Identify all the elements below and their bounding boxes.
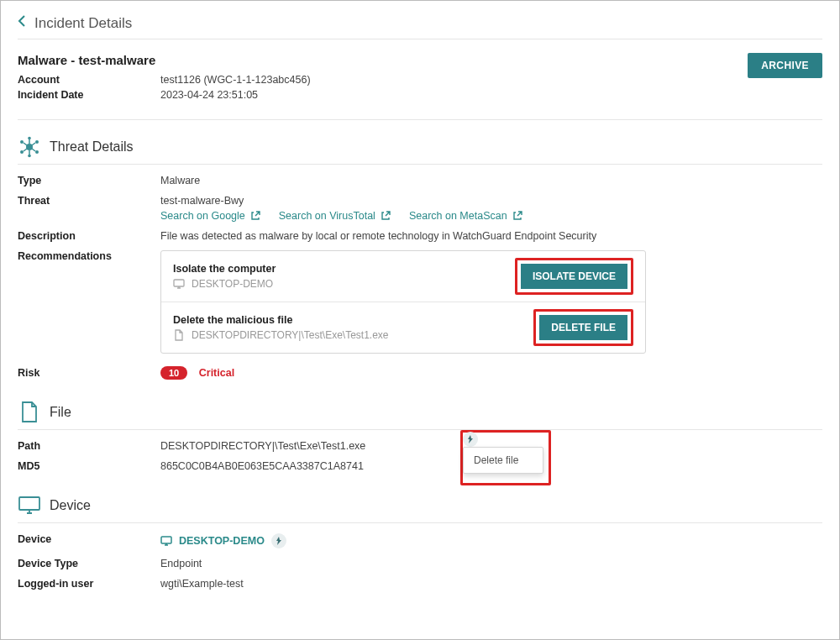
rec-title: Isolate the computer xyxy=(173,263,515,275)
path-value: DESKTOPDIRECTORY|\Test\Exe\Test1.exe xyxy=(160,440,365,452)
svg-point-3 xyxy=(35,140,39,144)
risk-level: Critical xyxy=(199,367,234,379)
search-metascan-link[interactable]: Search on MetaScan xyxy=(409,210,522,222)
threat-section-title: Threat Details xyxy=(50,139,134,155)
device-type-label: Device Type xyxy=(18,558,160,569)
search-google-label: Search on Google xyxy=(160,210,245,222)
device-type-value: Endpoint xyxy=(160,558,822,569)
incident-date-label: Incident Date xyxy=(18,89,160,101)
svg-point-0 xyxy=(26,144,33,150)
recommendations-label: Recommendations xyxy=(18,250,160,262)
monitor-icon xyxy=(160,535,172,547)
threat-section-header: Threat Details xyxy=(18,135,822,165)
svg-line-4 xyxy=(32,143,35,145)
rec-title: Delete the malicious file xyxy=(173,314,533,326)
archive-button[interactable]: ARCHIVE xyxy=(748,53,822,78)
breadcrumb-title: Incident Details xyxy=(34,15,132,32)
account-value: test1126 (WGC-1-1-123abc456) xyxy=(160,74,311,86)
isolate-device-button[interactable]: ISOLATE DEVICE xyxy=(521,264,627,289)
device-link[interactable]: DESKTOP-DEMO xyxy=(160,533,286,548)
svg-point-11 xyxy=(28,155,31,158)
svg-rect-14 xyxy=(19,497,39,510)
incident-date-value: 2023-04-24 23:51:05 xyxy=(160,89,258,101)
recommendation-delete: Delete the malicious file DESKTOPDIRECTO… xyxy=(161,302,645,353)
threat-icon xyxy=(18,135,41,159)
account-label: Account xyxy=(18,74,160,86)
search-virustotal-link[interactable]: Search on VirusTotal xyxy=(279,210,391,222)
rec-sub: DESKTOP-DEMO xyxy=(192,278,273,290)
file-section-title: File xyxy=(50,405,71,420)
external-link-icon xyxy=(250,211,260,221)
risk-label: Risk xyxy=(18,367,160,379)
svg-line-6 xyxy=(24,149,27,151)
back-icon[interactable] xyxy=(18,14,26,32)
svg-line-2 xyxy=(24,143,27,145)
external-link-icon xyxy=(381,211,391,221)
recommendation-isolate: Isolate the computer DESKTOP-DEMO ISOLAT… xyxy=(161,251,645,302)
device-section-icon xyxy=(18,494,41,517)
file-action-popover: Delete file xyxy=(463,447,543,474)
md5-label: MD5 xyxy=(18,460,160,472)
svg-rect-13 xyxy=(174,280,184,286)
svg-point-1 xyxy=(20,140,24,144)
device-action-bolt-icon[interactable] xyxy=(271,533,286,548)
file-action-bolt-icon[interactable] xyxy=(463,432,478,447)
device-name: DESKTOP-DEMO xyxy=(179,535,265,547)
file-section-header: File xyxy=(18,401,822,430)
divider xyxy=(18,119,822,120)
device-section-title: Device xyxy=(50,498,91,513)
svg-line-8 xyxy=(32,149,35,151)
device-label: Device xyxy=(18,533,160,545)
search-virustotal-label: Search on VirusTotal xyxy=(279,210,375,222)
description-value: File was detected as malware by local or… xyxy=(160,230,822,242)
rec-sub: DESKTOPDIRECTORY|\Test\Exe\Test1.exe xyxy=(192,329,389,341)
popover-delete-file[interactable]: Delete file xyxy=(464,448,543,473)
monitor-icon xyxy=(173,278,185,290)
recommendations-box: Isolate the computer DESKTOP-DEMO ISOLAT… xyxy=(160,250,646,354)
external-link-icon xyxy=(512,211,522,221)
page-title: Malware - test-malware xyxy=(18,53,311,67)
logged-in-user-value: wgti\Example-test xyxy=(160,578,822,590)
logged-in-user-label: Logged-in user xyxy=(18,578,160,590)
svg-rect-15 xyxy=(161,537,171,543)
svg-point-9 xyxy=(28,137,31,140)
highlight-delete: DELETE FILE xyxy=(533,309,633,346)
svg-point-7 xyxy=(35,150,39,154)
type-label: Type xyxy=(18,175,160,186)
highlight-isolate: ISOLATE DEVICE xyxy=(515,258,633,295)
threat-label: Threat xyxy=(18,195,160,207)
search-google-link[interactable]: Search on Google xyxy=(160,210,260,222)
description-label: Description xyxy=(18,230,160,242)
search-metascan-label: Search on MetaScan xyxy=(409,210,507,222)
file-section-icon xyxy=(18,401,41,424)
path-label: Path xyxy=(18,440,160,452)
breadcrumb: Incident Details xyxy=(18,14,822,39)
svg-point-5 xyxy=(20,150,24,154)
device-section-header: Device xyxy=(18,494,822,523)
delete-file-button[interactable]: DELETE FILE xyxy=(539,315,627,340)
file-icon xyxy=(173,329,185,341)
type-value: Malware xyxy=(160,175,822,186)
risk-score-badge: 10 xyxy=(160,366,187,380)
threat-value: test-malware-Bwy xyxy=(160,195,822,207)
